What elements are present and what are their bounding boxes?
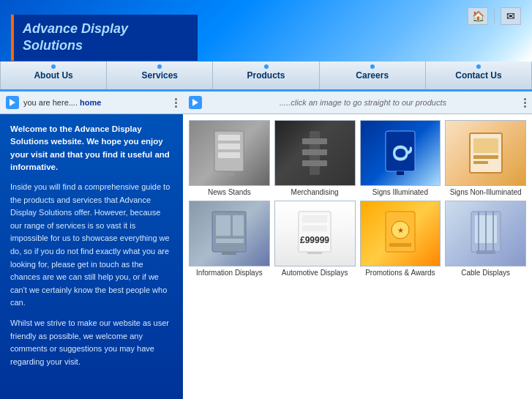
product-thumb-promo: ★ (360, 201, 441, 266)
nav-item-about-us[interactable]: About Us (0, 61, 107, 89)
svg-rect-2 (218, 143, 240, 149)
product-news-stands[interactable]: News Stands (189, 120, 270, 196)
product-thumb-signs-ill: Q (360, 120, 441, 186)
play-icon (6, 96, 19, 109)
main-content: you are here.... home Welcome to the Adv… (0, 92, 532, 399)
header-icons: 🏠 ✉ (468, 7, 521, 25)
product-label-signs-non-illuminated: Signs Non-Illuminated (450, 188, 522, 196)
home-icon-button[interactable]: 🏠 (468, 7, 488, 25)
email-icon-button[interactable]: ✉ (501, 7, 521, 25)
product-label-merchandising: Merchandising (291, 188, 339, 196)
product-label-automotive-displays: Automotive Displays (282, 269, 348, 277)
product-thumb-news-stands (189, 120, 270, 186)
body-text-1: Inside you will find a comprehensive gui… (10, 181, 173, 310)
svg-rect-3 (218, 152, 240, 158)
product-signs-non-illuminated[interactable]: Signs Non-Illuminated (445, 120, 526, 196)
svg-rect-22 (302, 215, 327, 223)
svg-rect-20 (222, 252, 236, 255)
product-label-signs-illuminated: Signs Illuminated (372, 188, 428, 196)
click-instruction: .....click an image to go straight to ou… (206, 98, 520, 107)
svg-rect-17 (216, 215, 231, 236)
svg-rect-7 (302, 149, 327, 155)
left-content: Welcome to the Advance Display Solutions… (0, 114, 183, 377)
svg-rect-25 (307, 252, 322, 254)
logo-text: Advance Display Solutions (23, 20, 189, 55)
right-menu-dots (524, 98, 526, 108)
product-signs-illuminated[interactable]: Q Signs Illuminated (360, 120, 441, 196)
right-top-bar: .....click an image to go straight to ou… (183, 92, 532, 114)
svg-text:Q: Q (388, 144, 412, 161)
svg-rect-14 (473, 155, 498, 159)
navigation: About Us Services Products Careers Conta… (0, 61, 532, 89)
svg-rect-6 (302, 138, 327, 144)
breadcrumb: you are here.... home (23, 98, 101, 107)
product-thumb-merchandising (274, 120, 356, 186)
menu-dots (175, 98, 177, 108)
home-icon: 🏠 (472, 10, 484, 22)
svg-rect-19 (216, 239, 244, 243)
product-label-promotions-awards: Promotions & Awards (365, 269, 435, 277)
svg-rect-15 (473, 161, 488, 164)
nav-dot (476, 64, 481, 69)
svg-rect-1 (218, 135, 240, 141)
svg-rect-23 (302, 225, 327, 231)
breadcrumb-bar: you are here.... home (0, 92, 183, 114)
product-thumb-cable (445, 201, 526, 266)
nav-item-services[interactable]: Services (107, 61, 213, 89)
nav-dot (370, 64, 375, 69)
logo-line1: Advance Display (23, 21, 128, 36)
product-label-information-displays: Information Displays (196, 269, 263, 277)
email-icon: ✉ (506, 10, 515, 22)
svg-rect-35 (476, 250, 495, 254)
svg-text:★: ★ (397, 226, 403, 234)
right-play-icon (189, 96, 202, 109)
right-panel: .....click an image to go straight to ou… (183, 92, 532, 399)
product-label-cable-displays: Cable Displays (461, 269, 510, 277)
body-text-2: Whilst we strive to make our website as … (10, 317, 173, 368)
product-thumb-auto: £99999 (274, 201, 356, 266)
header-divider (494, 9, 495, 23)
nav-item-careers[interactable]: Careers (320, 61, 426, 89)
product-promotions-awards[interactable]: ★ Promotions & Awards (360, 201, 441, 277)
product-thumb-signs-non (445, 120, 526, 186)
nav-item-products[interactable]: Products (213, 61, 319, 89)
product-information-displays[interactable]: Information Displays (189, 201, 270, 277)
logo-box: Advance Display Solutions (11, 15, 198, 61)
nav-dot (157, 64, 162, 69)
svg-rect-29 (389, 243, 411, 247)
nav-item-contact-us[interactable]: Contact Us (426, 61, 532, 89)
svg-rect-13 (473, 138, 498, 153)
svg-rect-11 (397, 171, 404, 175)
svg-rect-18 (233, 215, 244, 236)
product-cable-displays[interactable]: Cable Displays (445, 201, 526, 277)
product-label-news-stands: News Stands (208, 188, 251, 196)
header: Advance Display Solutions 🏠 ✉ About Us S… (0, 0, 532, 92)
product-automotive-displays[interactable]: £99999 Automotive Displays (274, 201, 356, 277)
left-panel: you are here.... home Welcome to the Adv… (0, 92, 183, 399)
svg-text:£99999: £99999 (300, 235, 329, 245)
nav-dot (51, 64, 56, 69)
nav-dot (264, 64, 269, 69)
product-thumb-info (189, 201, 270, 266)
product-merchandising[interactable]: Merchandising (274, 120, 356, 196)
svg-rect-8 (302, 160, 327, 166)
logo-line2: Solutions (23, 38, 83, 53)
welcome-text: Welcome to the Advance Display Solutions… (10, 123, 173, 174)
product-grid: News Stands Merchandising (183, 114, 532, 283)
svg-rect-4 (224, 173, 234, 176)
